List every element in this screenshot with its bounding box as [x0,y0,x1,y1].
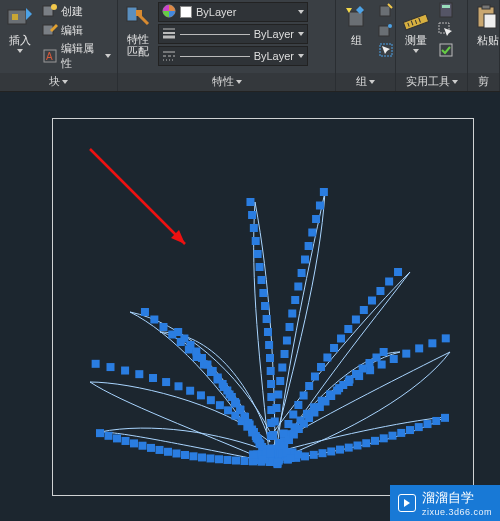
svg-rect-104 [305,382,313,390]
svg-rect-226 [301,452,309,460]
svg-rect-198 [365,359,373,367]
paste-button[interactable]: 粘贴 [472,2,500,50]
insert-icon [6,4,34,32]
panel-title-label: 块 [49,74,60,89]
svg-rect-116 [394,268,402,276]
edit-block-button[interactable]: 编辑 [40,21,113,39]
group-icon [342,4,370,32]
create-icon [42,3,58,19]
svg-rect-154 [305,242,313,250]
svg-rect-211 [181,451,189,459]
svg-rect-214 [156,446,164,454]
svg-rect-17 [380,6,390,16]
color-value: ByLayer [196,6,236,18]
svg-rect-44 [207,396,215,404]
edit-attr-button[interactable]: A 编辑属性 [40,40,113,72]
svg-rect-228 [319,449,327,457]
create-label: 创建 [61,4,83,19]
svg-rect-47 [175,382,183,390]
calculator-icon-button[interactable] [438,2,454,20]
svg-rect-100 [284,420,292,428]
group-edit-icon-button[interactable] [378,22,394,40]
svg-rect-142 [272,404,280,412]
svg-rect-200 [380,348,388,356]
match-label: 特性匹配 [127,33,149,57]
svg-rect-49 [149,374,157,382]
svg-rect-109 [337,335,345,343]
svg-rect-8 [136,10,142,16]
svg-rect-107 [323,354,331,362]
match-properties-button[interactable]: 特性匹配 [122,2,154,59]
svg-rect-69 [378,361,386,369]
select-all-icon-button[interactable] [438,42,454,60]
svg-rect-237 [397,429,405,437]
svg-rect-213 [164,448,172,456]
svg-rect-42 [224,406,232,414]
svg-rect-70 [390,355,398,363]
svg-rect-110 [344,325,352,333]
insert-button[interactable]: 插入 [4,2,36,55]
line-preview [180,56,250,57]
linetype-value: ByLayer [254,50,294,62]
svg-rect-134 [252,237,260,245]
svg-rect-31 [482,5,490,9]
chevron-down-icon [413,49,419,53]
svg-rect-217 [130,439,138,447]
svg-rect-242 [441,414,449,422]
panel-title-label: 剪 [478,74,489,89]
svg-rect-125 [266,354,274,362]
play-icon [398,494,416,512]
quick-select-icon-button[interactable] [438,22,454,40]
panel-title-block[interactable]: 块 [0,73,117,91]
svg-rect-108 [330,344,338,352]
create-block-button[interactable]: 创建 [40,2,113,20]
svg-rect-236 [389,432,397,440]
svg-rect-128 [263,315,271,323]
panel-title-properties[interactable]: 特性 [118,73,335,91]
svg-rect-1 [12,14,18,20]
paste-label: 粘贴 [477,33,499,48]
chevron-down-icon [298,54,304,58]
linetype-selector[interactable]: ByLayer [158,46,308,66]
ribbon-toolbar: 插入 创建 编辑 A 编辑属性 块 [0,0,500,92]
chevron-down-icon [236,80,242,84]
svg-rect-114 [376,287,384,295]
svg-rect-148 [286,323,294,331]
svg-rect-123 [267,380,275,388]
svg-rect-233 [362,439,370,447]
group-select-icon-button[interactable] [378,42,394,60]
ungroup-icon-button[interactable] [378,2,394,20]
svg-point-19 [388,24,392,28]
panel-properties: 特性匹配 ByLayer ByLayer By [118,0,336,91]
svg-rect-232 [354,441,362,449]
measure-button[interactable]: 测量 [400,2,432,55]
svg-rect-32 [484,14,496,28]
svg-rect-179 [174,328,182,336]
linetype-icon [162,48,176,64]
svg-rect-235 [380,434,388,442]
svg-rect-29 [440,44,452,56]
svg-rect-133 [254,250,262,258]
svg-rect-7 [127,7,137,21]
svg-rect-206 [224,456,232,464]
lineweight-value: ByLayer [254,28,294,40]
svg-rect-140 [269,431,277,439]
svg-rect-221 [96,429,104,437]
svg-rect-266 [259,456,267,464]
svg-rect-197 [359,365,367,373]
svg-rect-52 [106,363,114,371]
svg-rect-126 [265,341,273,349]
svg-rect-103 [300,392,308,400]
panel-title-utilities[interactable]: 实用工具 [396,73,467,91]
panel-title-group[interactable]: 组 [336,73,395,91]
lineweight-selector[interactable]: ByLayer [158,24,308,44]
group-button[interactable]: 组 [340,2,372,50]
panel-title-clip[interactable]: 剪 [468,73,499,91]
color-selector[interactable]: ByLayer [158,2,308,22]
svg-rect-267 [273,459,281,467]
chevron-down-icon [298,10,304,14]
svg-rect-51 [121,367,129,375]
lineweight-icon [162,26,176,42]
svg-rect-219 [113,434,121,442]
drawing-area[interactable]: 溜溜自学 zixue.3d66.com [0,92,500,521]
